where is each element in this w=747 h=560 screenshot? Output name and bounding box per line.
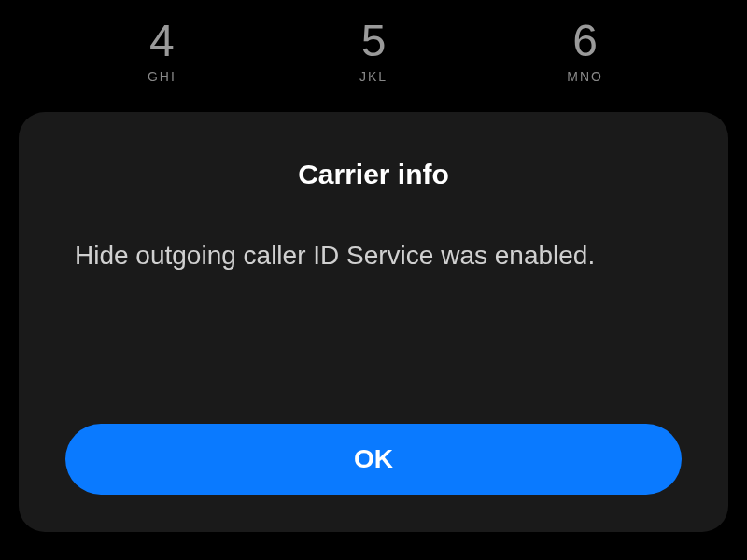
carrier-info-dialog: Carrier info Hide outgoing caller ID Ser… — [19, 112, 728, 532]
dial-key-5[interactable]: 5 JKL — [317, 19, 430, 84]
dialog-title: Carrier info — [65, 159, 682, 190]
dialer-row: 4 GHI 5 JKL 6 MNO — [0, 0, 747, 84]
dial-number: 5 — [361, 19, 387, 63]
dial-letters: GHI — [148, 69, 176, 84]
dial-key-4[interactable]: 4 GHI — [106, 19, 218, 84]
ok-button[interactable]: OK — [65, 424, 682, 495]
dialog-message: Hide outgoing caller ID Service was enab… — [65, 237, 682, 396]
dial-key-6[interactable]: 6 MNO — [529, 19, 641, 84]
dial-number: 6 — [572, 19, 598, 63]
dial-number: 4 — [149, 19, 175, 63]
dial-letters: JKL — [359, 69, 388, 84]
dial-letters: MNO — [567, 69, 603, 84]
